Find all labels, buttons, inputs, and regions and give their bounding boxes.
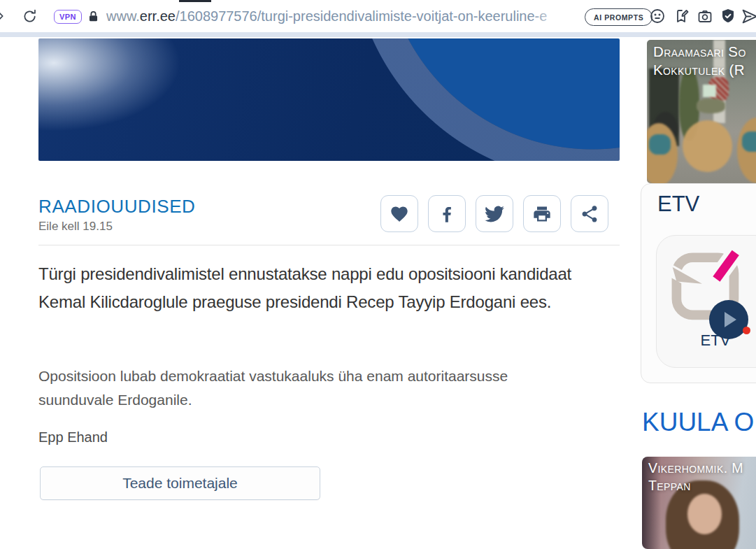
page-top-strip: [0, 32, 756, 37]
forward-chevron-icon[interactable]: [0, 0, 8, 32]
article-lead: Türgi presidendivalimistel ennustatakse …: [38, 260, 587, 316]
kuula-heading-link[interactable]: KUULA O: [642, 408, 754, 437]
share-buttons-row: [380, 195, 608, 232]
vpn-badge-label: VPN: [59, 13, 76, 21]
share-nodes-icon: [580, 204, 599, 224]
camera-icon[interactable]: [695, 0, 715, 32]
title-line-2: Kokkutulek (R: [653, 61, 756, 79]
etv-heading-link[interactable]: ETV: [657, 192, 699, 217]
header-divider: [38, 245, 620, 245]
printer-icon: [532, 204, 552, 224]
article-hero-image: [38, 38, 620, 161]
facebook-icon: [437, 204, 457, 224]
favorite-button[interactable]: [380, 195, 418, 232]
feedback-button[interactable]: Teade toimetajale: [40, 466, 320, 500]
title-line-2: Teppan: [648, 477, 756, 494]
category-link[interactable]: RAADIOUUDISED: [38, 196, 196, 218]
publish-time: Eile kell 19.15: [38, 220, 113, 234]
url-domain: err.ee: [140, 8, 176, 24]
twitter-icon: [485, 204, 504, 224]
twitter-share-button[interactable]: [476, 195, 513, 232]
show-card-draamasari-title: Draamasari So Kokkutulek (R: [653, 43, 756, 79]
show-card-vikerhommik-title: Vikerhommik. M Teppan: [648, 459, 756, 494]
reload-button[interactable]: [20, 0, 39, 32]
print-button[interactable]: [523, 195, 561, 232]
vpn-badge[interactable]: VPN: [54, 10, 82, 24]
share-button[interactable]: [571, 195, 608, 232]
url-path: /1608977576/turgi-presidendivalimiste-vo…: [176, 8, 547, 24]
article-author: Epp Ehand: [38, 429, 108, 445]
ai-prompts-button[interactable]: AI PROMPTS: [585, 8, 652, 26]
url-www: www.: [106, 8, 140, 24]
article-body: Opositsioon lubab demokraatiat vastukaal…: [38, 364, 559, 412]
title-line-1: Draamasari So: [653, 43, 756, 61]
title-line-1: Vikerhommik. M: [648, 459, 756, 477]
browser-toolbar: VPN www.err.ee/1608977576/turgi-presiden…: [0, 0, 756, 32]
bookmark-edit-icon[interactable]: [671, 0, 691, 32]
shield-check-icon[interactable]: [718, 0, 738, 32]
live-record-dot: [743, 327, 750, 334]
show-card-vikerhommik[interactable]: Vikerhommik. M Teppan: [642, 457, 756, 549]
ai-prompts-label: AI PROMPTS: [594, 13, 643, 22]
lock-icon[interactable]: [84, 0, 102, 32]
heart-icon: [390, 204, 409, 224]
show-card-draamasari[interactable]: Draamasari So Kokkutulek (R: [647, 40, 756, 183]
facebook-share-button[interactable]: [428, 195, 466, 232]
play-icon: [725, 312, 736, 327]
play-button[interactable]: [709, 300, 748, 339]
send-arrow-icon[interactable]: [740, 0, 756, 32]
neutral-face-icon[interactable]: [648, 0, 667, 32]
address-bar[interactable]: www.err.ee/1608977576/turgi-presidendiva…: [106, 0, 573, 32]
